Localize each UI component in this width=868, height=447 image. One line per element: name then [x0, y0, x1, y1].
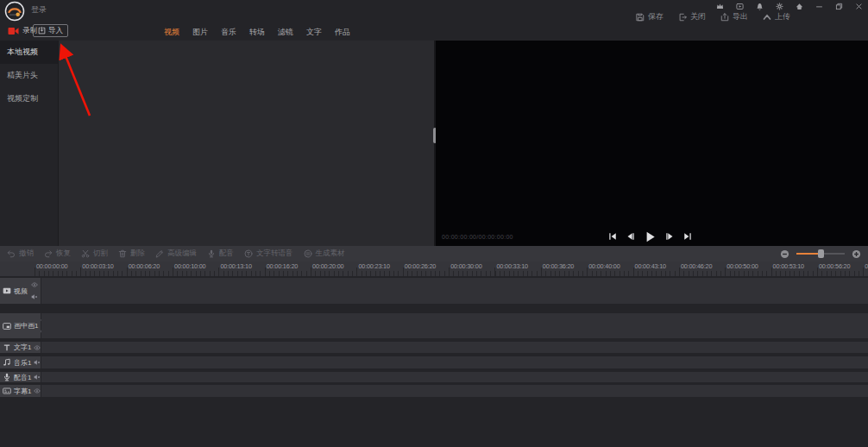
- save-icon: [636, 13, 645, 22]
- playback-controls: [608, 230, 692, 243]
- track-lane-voiceover-1[interactable]: [41, 372, 868, 382]
- track-header-pip-1[interactable]: 画中画1: [0, 313, 41, 338]
- track-subtitle-icon: [3, 387, 11, 395]
- sidebar-item-featured-intros[interactable]: 精美片头: [0, 64, 58, 87]
- upload-button-label: 上传: [775, 11, 790, 22]
- track-header-music-1[interactable]: 音乐1: [0, 356, 41, 368]
- track-label: 视频: [14, 286, 28, 296]
- export-button[interactable]: 导出: [720, 11, 748, 22]
- track-lane-video[interactable]: [41, 278, 868, 304]
- restore-icon[interactable]: [835, 3, 843, 10]
- track-lane-subtitle-1[interactable]: [41, 385, 868, 397]
- track-lane-text-1[interactable]: [41, 342, 868, 353]
- track-row-pip-1: 画中画1: [0, 313, 868, 338]
- undo-button[interactable]: 撤销: [7, 249, 34, 259]
- close-icon[interactable]: [855, 3, 863, 10]
- step-back-button[interactable]: [626, 232, 635, 241]
- undo-button-label: 撤销: [19, 249, 34, 259]
- window-controls: [716, 1, 863, 11]
- eye-icon[interactable]: [31, 281, 38, 288]
- zoom-slider-handle[interactable]: [818, 249, 824, 258]
- titlebar: 登录 保存关闭导出上传: [0, 0, 868, 22]
- track-row-subtitle-1: 字幕1: [0, 385, 868, 397]
- track-header-video[interactable]: 视频: [0, 278, 41, 304]
- sidebar-item-local-videos[interactable]: 本地视频: [0, 41, 58, 64]
- tab-photo[interactable]: 图片: [191, 26, 210, 39]
- timecode: 00:00:00:00/00:00:00:00: [442, 234, 513, 240]
- topbar: 录制 导入 视频图片音乐转场滤镜文字作品: [0, 22, 868, 41]
- voiceover-button[interactable]: 配音: [207, 249, 234, 259]
- cut-button[interactable]: 切割: [81, 249, 108, 259]
- track-controls: [34, 344, 41, 351]
- eye-icon[interactable]: [34, 387, 41, 394]
- login-label[interactable]: 登录: [31, 4, 47, 16]
- tab-transition[interactable]: 转场: [248, 26, 267, 39]
- vip-crown-icon[interactable]: [716, 3, 724, 10]
- tab-filter[interactable]: 滤镜: [276, 26, 295, 39]
- speaker-muted-icon[interactable]: [34, 374, 41, 381]
- track-label: 配音1: [14, 373, 31, 382]
- import-button[interactable]: 导入: [33, 24, 68, 37]
- zoom-in-button[interactable]: [852, 249, 861, 259]
- track-lane-music-1[interactable]: [41, 356, 868, 368]
- delete-button[interactable]: 删除: [118, 249, 145, 259]
- tab-music[interactable]: 音乐: [219, 26, 238, 39]
- record-camera-icon: [8, 27, 19, 35]
- exit-button-label: 关闭: [690, 11, 706, 22]
- notification-bell-icon[interactable]: [756, 3, 764, 10]
- text-to-speech-button[interactable]: 文字转语音: [244, 249, 293, 259]
- exit-button[interactable]: 关闭: [678, 11, 706, 22]
- track-row-music-1: 音乐1: [0, 356, 868, 368]
- tab-works[interactable]: 作品: [333, 26, 352, 39]
- titlebar-actions: 保存关闭导出上传: [636, 11, 790, 22]
- zoom-out-button[interactable]: [780, 249, 789, 259]
- material-icon: [304, 249, 312, 258]
- upload-icon: [763, 13, 771, 22]
- play-button[interactable]: [645, 231, 656, 242]
- tab-text[interactable]: 文字: [305, 26, 324, 39]
- sidebar-item-video-customization[interactable]: 视频定制: [0, 87, 58, 110]
- advanced-edit-button[interactable]: 高级编辑: [155, 249, 197, 259]
- pencil-icon: [155, 249, 164, 258]
- track-controls: [34, 359, 41, 366]
- tts-icon: [244, 249, 253, 258]
- zoom-slider-track-filled: [796, 253, 821, 255]
- text-to-speech-button-label: 文字转语音: [256, 249, 293, 259]
- home-icon[interactable]: [796, 3, 803, 10]
- media-tabs: 视频图片音乐转场滤镜文字作品: [162, 26, 352, 39]
- eye-icon[interactable]: [34, 344, 41, 351]
- speaker-muted-icon[interactable]: [34, 359, 41, 366]
- import-button-label: 导入: [48, 26, 63, 36]
- track-header-subtitle-1[interactable]: 字幕1: [0, 385, 41, 397]
- mic-icon: [207, 249, 216, 258]
- video-editor-window: 登录 保存关闭导出上传 录制 导入 视频图片音乐转场滤镜文字作品 本地视频精美片…: [0, 0, 868, 447]
- upload-button[interactable]: 上传: [763, 11, 790, 22]
- track-lane-pip-1[interactable]: [41, 313, 868, 338]
- timeline-ruler[interactable]: 00:00:00:0000:00:03:1000:00:06:2000:00:1…: [0, 261, 868, 276]
- generate-material-button[interactable]: 生成素材: [304, 249, 345, 259]
- track-header-voiceover-1[interactable]: 配音1: [0, 372, 41, 382]
- track-label: 画中画1: [14, 321, 38, 331]
- save-button[interactable]: 保存: [636, 11, 664, 22]
- track-controls: [31, 281, 38, 300]
- step-forward-button[interactable]: [665, 232, 674, 241]
- settings-gear-icon[interactable]: [776, 3, 783, 10]
- media-library-panel[interactable]: [58, 41, 435, 246]
- speaker-muted-icon[interactable]: [31, 293, 38, 300]
- track-header-text-1[interactable]: 文字1: [0, 342, 41, 353]
- tutorial-icon[interactable]: [736, 3, 744, 10]
- track-controls: [34, 387, 41, 394]
- zoom-slider[interactable]: [796, 249, 845, 258]
- track-label: 字幕1: [14, 387, 31, 396]
- track-video-icon: [3, 286, 11, 295]
- tab-video[interactable]: 视频: [162, 26, 181, 39]
- redo-button[interactable]: 恢复: [44, 249, 71, 259]
- trash-icon: [118, 249, 127, 258]
- skip-start-button[interactable]: [608, 232, 617, 241]
- minimize-icon[interactable]: [815, 3, 823, 10]
- skip-end-button[interactable]: [683, 232, 692, 241]
- import-icon: [38, 27, 46, 35]
- app-logo-icon[interactable]: [4, 1, 25, 22]
- advanced-edit-button-label: 高级编辑: [167, 249, 197, 259]
- undo-icon: [7, 249, 16, 258]
